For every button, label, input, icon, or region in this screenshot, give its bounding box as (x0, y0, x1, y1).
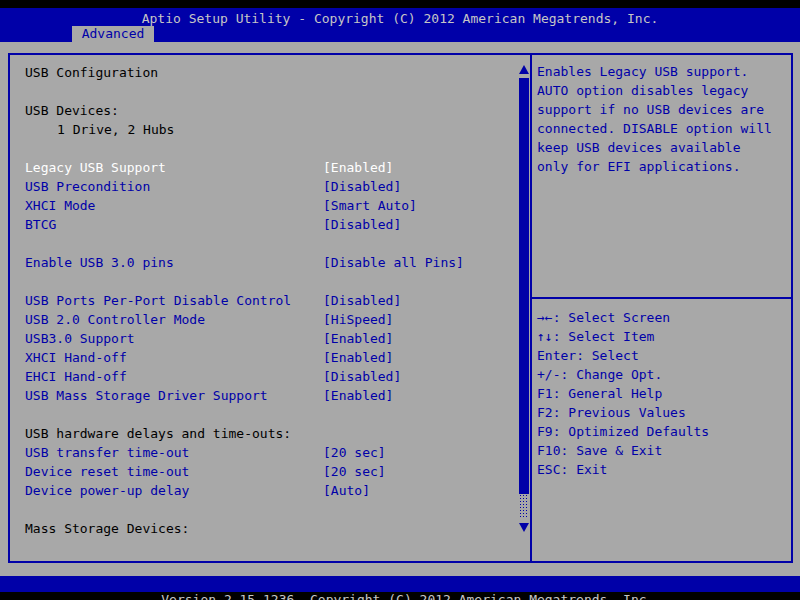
option-value: [Smart Auto] (323, 198, 417, 213)
option-row[interactable]: EHCI Hand-off[Disabled] (25, 366, 505, 385)
option-row[interactable]: XHCI Hand-off[Enabled] (25, 347, 505, 366)
key-legend-item: F9: Optimized Defaults (537, 422, 789, 441)
section-label-row: 1 Drive, 2 Hubs (25, 119, 505, 138)
scrollbar-thumb[interactable] (519, 78, 529, 494)
spacer-row (25, 233, 505, 252)
option-label: USB transfer time-out (25, 445, 189, 460)
key-legend-item: →←: Select Screen (537, 308, 789, 327)
section-label-row: USB Devices: (25, 100, 505, 119)
help-line: connected. DISABLE option will (537, 119, 789, 138)
option-value: [Auto] (323, 483, 370, 498)
option-value: [Enabled] (323, 331, 393, 346)
option-value: [HiSpeed] (323, 312, 393, 327)
footer-bar: Version 2.15.1236. Copyright (C) 2012 Am… (0, 576, 800, 592)
help-text: Enables Legacy USB support.AUTO option d… (537, 62, 789, 176)
option-row[interactable]: Device power-up delay[Auto] (25, 480, 505, 499)
option-label: USB3.0 Support (25, 331, 135, 346)
help-line: keep USB devices available (537, 138, 789, 157)
option-row[interactable]: USB 2.0 Controller Mode[HiSpeed] (25, 309, 505, 328)
spacer-row (25, 81, 505, 100)
option-label: USB 2.0 Controller Mode (25, 312, 205, 327)
spacer-row (25, 404, 505, 423)
tab-advanced[interactable]: Advanced (72, 26, 154, 42)
spacer-row (25, 138, 505, 157)
help-line: support if no USB devices are (537, 100, 789, 119)
option-label: USB Mass Storage Driver Support (25, 388, 268, 403)
option-row[interactable]: BTCG[Disabled] (25, 214, 505, 233)
option-value: [Disabled] (323, 293, 401, 308)
key-legend-item: ESC: Exit (537, 460, 789, 479)
option-value: [Disable all Pins] (323, 255, 464, 270)
option-value: [Enabled] (323, 350, 393, 365)
app-title: Aptio Setup Utility - Copyright (C) 2012… (0, 11, 800, 26)
key-legend-item: ↑↓: Select Item (537, 327, 789, 346)
option-value: [Disabled] (323, 179, 401, 194)
option-label: USB hardware delays and time-outs: (25, 426, 291, 441)
key-legend-item: +/-: Change Opt. (537, 365, 789, 384)
option-row[interactable]: USB Mass Storage Driver Support[Enabled] (25, 385, 505, 404)
spacer-row (25, 499, 505, 518)
help-legend-divider (532, 297, 791, 299)
spacer-row (25, 271, 505, 290)
option-list: USB ConfigurationUSB Devices:1 Drive, 2 … (25, 62, 505, 537)
option-label: Enable USB 3.0 pins (25, 255, 174, 270)
option-row[interactable]: Enable USB 3.0 pins[Disable all Pins] (25, 252, 505, 271)
option-label: Device power-up delay (25, 483, 189, 498)
option-label: BTCG (25, 217, 56, 232)
option-label: XHCI Hand-off (25, 350, 127, 365)
option-value: [Enabled] (323, 160, 393, 175)
option-row[interactable]: Device reset time-out[20 sec] (25, 461, 505, 480)
scrollbar-down-icon[interactable] (519, 523, 529, 532)
key-legend: →←: Select Screen↑↓: Select ItemEnter: S… (537, 308, 789, 479)
option-label: USB Devices: (25, 103, 119, 118)
option-label: EHCI Hand-off (25, 369, 127, 384)
option-label: USB Precondition (25, 179, 150, 194)
option-row[interactable]: USB transfer time-out[20 sec] (25, 442, 505, 461)
key-legend-item: F2: Previous Values (537, 403, 789, 422)
option-row[interactable]: USB3.0 Support[Enabled] (25, 328, 505, 347)
option-label: Device reset time-out (25, 464, 189, 479)
scrollbar-up-icon[interactable] (519, 65, 529, 74)
option-label: 1 Drive, 2 Hubs (25, 122, 174, 137)
help-line: Enables Legacy USB support. (537, 62, 789, 81)
option-row[interactable]: USB Ports Per-Port Disable Control[Disab… (25, 290, 505, 309)
option-value: [Enabled] (323, 388, 393, 403)
option-label: Mass Storage Devices: (25, 521, 189, 536)
option-row[interactable]: Legacy USB Support[Enabled] (25, 157, 505, 176)
option-value: [20 sec] (323, 464, 386, 479)
section-label-row: Mass Storage Devices: (25, 518, 505, 537)
help-line: only for EFI applications. (537, 157, 789, 176)
version-text: Version 2.15.1236. Copyright (C) 2012 Am… (161, 592, 654, 600)
panel-divider (530, 55, 532, 561)
option-row[interactable]: USB Precondition[Disabled] (25, 176, 505, 195)
option-row[interactable]: XHCI Mode[Smart Auto] (25, 195, 505, 214)
option-value: [20 sec] (323, 445, 386, 460)
scrollbar-track[interactable] (519, 494, 529, 519)
option-label: XHCI Mode (25, 198, 95, 213)
option-value: [Disabled] (323, 369, 401, 384)
section-label-row: USB Configuration (25, 62, 505, 81)
main-panel: USB ConfigurationUSB Devices:1 Drive, 2 … (8, 53, 793, 563)
key-legend-item: F1: General Help (537, 384, 789, 403)
key-legend-item: Enter: Select (537, 346, 789, 365)
option-label: Legacy USB Support (25, 160, 166, 175)
option-label: USB Ports Per-Port Disable Control (25, 293, 291, 308)
option-label: USB Configuration (25, 65, 158, 80)
key-legend-item: F10: Save & Exit (537, 441, 789, 460)
help-line: AUTO option disables legacy (537, 81, 789, 100)
option-value: [Disabled] (323, 217, 401, 232)
section-label-row: USB hardware delays and time-outs: (25, 423, 505, 442)
